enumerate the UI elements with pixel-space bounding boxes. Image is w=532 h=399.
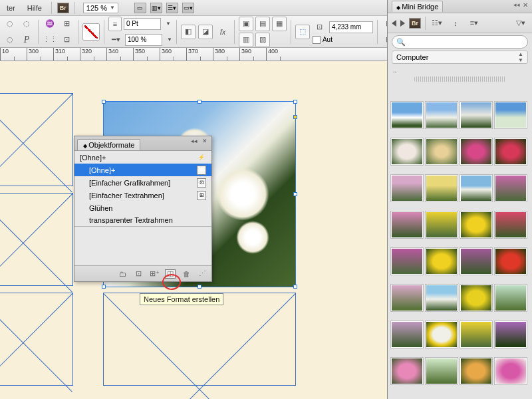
thumbnail[interactable] [426,322,457,347]
stroke-type-icon[interactable]: ━▾ [108,33,123,47]
thumbnail[interactable] [461,358,491,384]
thumbnail[interactable] [495,102,526,128]
thumbnail[interactable] [392,358,422,384]
view-grid-icon[interactable]: ☷▾ [430,16,444,31]
thumbnail[interactable] [426,139,457,164]
textwrap-jumpnext-icon[interactable]: ▨ [255,33,270,47]
empty-graphic-frame[interactable] [0,193,73,286]
empty-graphic-frame[interactable] [0,293,73,386]
thumbnail[interactable] [495,139,526,164]
effects-opacity-icon[interactable]: ◧ [181,25,196,39]
thumbnail[interactable] [392,176,422,201]
menu-item-truncated[interactable]: ter [3,3,19,13]
thumbnail[interactable] [461,102,491,128]
align-icon[interactable]: ⊞ [59,17,74,31]
thumbnail[interactable] [495,285,526,311]
thumbnail[interactable] [392,249,422,274]
trash-icon[interactable]: 🗑 [181,269,192,279]
mini-bridge-path-dropdown[interactable]: Computer ▲▼ [392,51,528,64]
bridge-icon[interactable]: Br [409,18,421,29]
corner-options-icon[interactable]: ⬚ [295,25,310,39]
fill-none-icon[interactable] [82,23,100,41]
close-icon[interactable]: ✕ [523,1,528,9]
nav-back-icon[interactable] [392,20,396,27]
thumbnail[interactable] [426,102,457,128]
balance-icon[interactable]: ♒ [43,17,57,31]
object-styles-panel[interactable]: ◂◂ ✕ ◆ Objektformate [Ohne]+ ⚡ [Ohne]+ ⊘… [74,136,212,282]
panel-tab-objectstyles[interactable]: ◆ Objektformate [77,139,140,150]
thumbnail[interactable] [426,358,457,384]
deselect-icon[interactable]: ◌ [3,33,17,47]
collapse-icon[interactable]: ◂◂ [513,1,520,9]
thumbnail[interactable] [426,285,457,311]
bridge-icon[interactable]: Br [57,3,69,13]
textwrap-jump-icon[interactable]: ▥ [239,33,253,47]
thumbnail[interactable] [392,285,422,311]
arrange-docs-icon[interactable]: ☰▾ [166,3,178,13]
panel-divider-grip[interactable] [414,76,505,82]
thumbnail[interactable] [392,212,422,237]
mini-bridge-tab[interactable]: ◆ Mini Bridge [392,1,443,12]
empty-graphic-frame[interactable] [103,293,296,386]
sort-icon[interactable]: ↕ [448,16,463,31]
thumbnail[interactable] [392,322,422,347]
screen-mode-icon[interactable]: ▭ [134,3,146,13]
thumbnail[interactable] [495,176,526,201]
thumbnail[interactable] [495,358,526,384]
textwrap-none-icon[interactable]: ▣ [239,17,253,31]
view-options-icon[interactable]: ▥▾ [150,3,162,13]
select-same-icon[interactable]: ◌ [3,17,17,31]
thumbnail[interactable] [461,139,491,164]
clear-override-icon[interactable]: ⊡ [133,269,144,279]
zoom-dropdown[interactable]: 125 % ▼ [83,3,118,13]
collapse-icon[interactable]: ◂◂ [190,138,198,144]
textwrap-shape-icon[interactable]: ▦ [272,17,287,31]
style-item[interactable]: [Einfacher Grafikrahmen] ⊡ [74,176,211,189]
textwrap-bbox-icon[interactable]: ▤ [255,17,270,31]
view-list-icon[interactable]: ≡▾ [467,16,481,31]
chevron-down-icon[interactable]: ▼ [166,21,171,27]
stroke-weight-input[interactable] [124,18,161,30]
style-item[interactable]: Glühen [74,201,211,214]
style-item[interactable]: [Einfacher Textrahmen] ⊞ [74,189,211,201]
thumbnail[interactable] [426,176,457,201]
thumbnail[interactable] [426,249,457,274]
scale-pct-input[interactable] [125,34,162,46]
distribute-icon[interactable]: ⋮⋮ [43,33,57,47]
thumbnail[interactable] [495,249,526,274]
thumbnail[interactable] [392,139,422,164]
thumbnail[interactable] [495,212,526,237]
menu-help[interactable]: Hilfe [23,3,46,13]
thumbnail[interactable] [495,322,526,347]
thumbnail[interactable] [461,249,491,274]
clear-attr-icon[interactable]: ⊞⁺ [149,269,160,279]
corner-link-icon[interactable]: ⊡ [313,20,327,35]
lightning-icon[interactable]: ⚡ [197,153,206,162]
select-obj-icon[interactable]: ◌ [19,17,34,31]
mini-bridge-search[interactable]: 🔍 [392,35,528,49]
drop-shadow-icon[interactable]: ◪ [198,25,213,39]
thumbnail[interactable] [461,285,491,311]
workspace-icon[interactable]: ▭▾ [182,3,194,13]
type-icon[interactable]: P [19,33,34,47]
parent-folder-link[interactable]: .. [388,65,532,75]
thumbnail[interactable] [392,102,422,128]
nav-fwd-icon[interactable] [400,20,405,27]
close-icon[interactable]: ✕ [201,138,209,144]
style-item[interactable]: transparenter Textrahmen [74,214,211,227]
corner-radius-input[interactable] [329,21,373,33]
group-icon[interactable]: ⊡ [59,33,74,47]
new-style-icon[interactable]: ◫ [165,269,176,279]
stroke-weight-icon[interactable]: ≡ [108,17,122,31]
fx-menu[interactable]: fx [215,25,230,39]
thumbnail[interactable] [426,212,457,237]
thumbnail[interactable] [461,322,491,347]
folder-icon[interactable]: 🗀 [117,269,128,279]
chevron-down-icon[interactable]: ▼ [167,37,172,43]
filter-icon[interactable]: ▽▾ [513,16,528,31]
thumbnail[interactable] [461,176,491,201]
empty-graphic-frame[interactable] [0,93,73,186]
auto-fit-checkbox[interactable] [313,36,321,44]
style-item[interactable]: [Ohne]+ ⊘ [74,164,211,176]
thumbnail[interactable] [461,212,491,237]
